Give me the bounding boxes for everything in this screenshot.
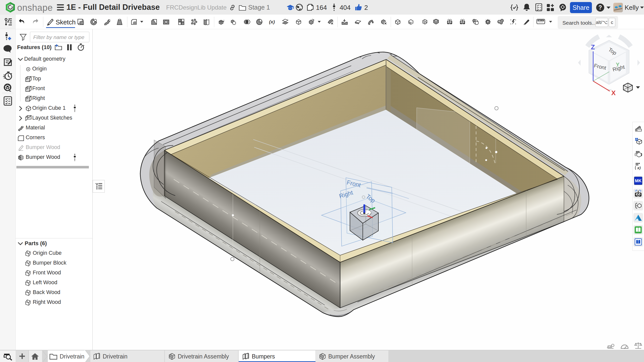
svg-text:Y: Y (616, 61, 620, 68)
svg-text:?: ? (598, 4, 602, 11)
svg-text:Z: Z (591, 43, 595, 51)
svg-text:x): x) (637, 166, 640, 170)
svg-text:(x): (x) (269, 19, 275, 24)
svg-text:X: X (611, 89, 616, 96)
svg-text:HELLO: HELLO (538, 20, 543, 21)
